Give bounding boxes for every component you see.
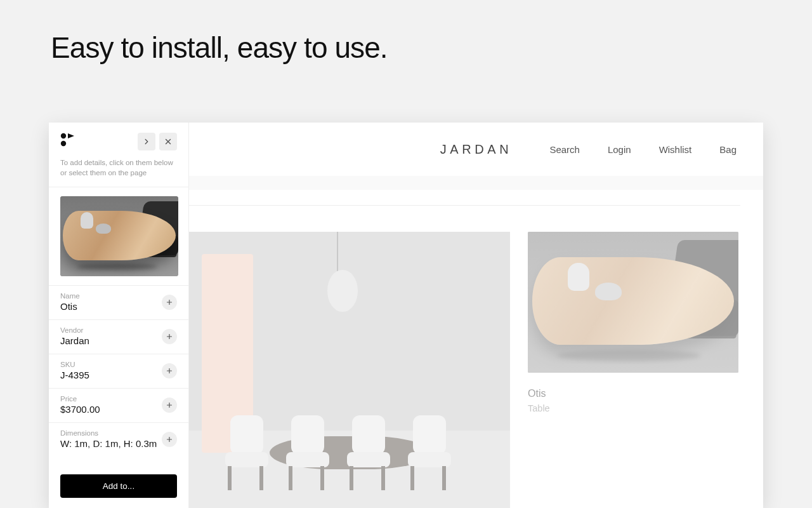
hero-title: Easy to install, easy to use. <box>51 30 388 65</box>
add-field-button[interactable] <box>162 329 177 344</box>
sidebar-footer: Add to... <box>49 467 188 508</box>
product-name: Otis <box>528 388 738 399</box>
field-label: Dimensions <box>60 429 157 437</box>
field-value: W: 1m, D: 1m, H: 0.3m <box>60 438 157 449</box>
product-type: Table <box>528 403 738 413</box>
add-field-button[interactable] <box>162 432 177 447</box>
field-label: Price <box>60 395 100 403</box>
field-dimensions[interactable]: Dimensions W: 1m, D: 1m, H: 0.3m <box>49 422 188 457</box>
sidebar-hint: To add details, click on them below or s… <box>49 158 188 187</box>
product-image <box>528 232 738 373</box>
sidebar-scroll: Name Otis Vendor Jardan SKU <box>49 187 188 467</box>
nav-search[interactable]: Search <box>549 144 580 155</box>
svg-point-1 <box>61 141 66 146</box>
field-price[interactable]: Price $3700.00 <box>49 388 188 422</box>
field-label: Name <box>60 292 80 300</box>
site-brand[interactable]: JARDAN <box>440 142 513 157</box>
nav-login[interactable]: Login <box>608 144 631 155</box>
field-value: Jardan <box>60 335 89 346</box>
nav-bag[interactable]: Bag <box>719 144 737 155</box>
field-sku[interactable]: SKU J-4395 <box>49 354 188 388</box>
main-content: Otis Table <box>189 232 763 508</box>
add-to-button[interactable]: Add to... <box>60 474 177 498</box>
sidebar-header <box>49 123 188 158</box>
field-label: SKU <box>60 361 89 368</box>
site-header: JARDAN Search Login Wishlist Bag <box>189 123 763 176</box>
field-vendor[interactable]: Vendor Jardan <box>49 319 188 354</box>
product-card[interactable]: Otis Table <box>528 232 738 508</box>
field-label: Vendor <box>60 326 89 334</box>
hero-band <box>189 176 763 190</box>
product-thumbnail[interactable] <box>60 196 178 276</box>
add-field-button[interactable] <box>162 398 177 413</box>
nav-wishlist[interactable]: Wishlist <box>659 144 692 155</box>
add-field-button[interactable] <box>162 363 177 378</box>
close-button[interactable] <box>159 133 177 150</box>
lifestyle-image <box>189 232 510 508</box>
site-nav: Search Login Wishlist Bag <box>549 144 737 155</box>
svg-point-0 <box>61 133 66 138</box>
underlying-page: JARDAN Search Login Wishlist Bag <box>189 123 763 508</box>
field-value: J-4395 <box>60 370 89 380</box>
app-logo-icon <box>60 133 78 148</box>
extension-sidebar: To add details, click on them below or s… <box>49 123 189 508</box>
field-value: $3700.00 <box>60 404 100 415</box>
content-divider <box>189 205 740 206</box>
forward-button[interactable] <box>138 133 155 150</box>
app-window: To add details, click on them below or s… <box>49 123 763 508</box>
add-field-button[interactable] <box>162 295 177 310</box>
field-value: Otis <box>60 301 80 312</box>
field-name[interactable]: Name Otis <box>49 285 188 319</box>
